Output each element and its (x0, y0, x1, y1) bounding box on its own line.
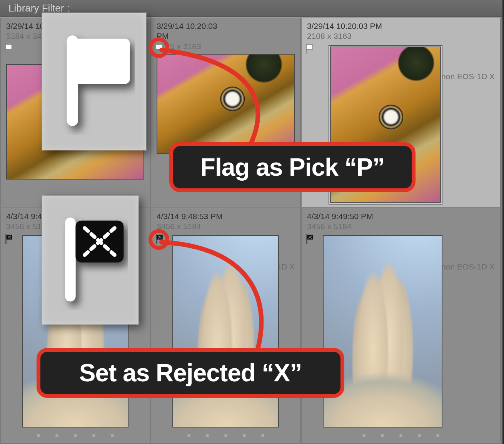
thumbnail[interactable] (172, 235, 279, 427)
callout-reject: Set as Rejected “X” (37, 348, 344, 398)
cell-dimensions: 2108 x 3163 (307, 31, 382, 41)
grid-cell[interactable]: 4/3/14 9:49:50 PM 3456 x 5184 Canon EOS-… (301, 208, 501, 444)
cell-date: 4/3/14 9:49:50 PM (307, 211, 373, 221)
cell-date: 3/29/14 10:20:03 PM (157, 21, 231, 42)
thumbnail[interactable] (323, 235, 442, 427)
flag-reject-icon[interactable] (305, 233, 315, 245)
callout-reject-label: Set as Rejected “X” (79, 359, 302, 387)
svg-rect-7 (65, 217, 75, 301)
cell-dimensions: 3456 x 5184 (307, 221, 373, 231)
grid-cell[interactable]: 4/3/14 9:48:53 PM 3456 x 5184 Canon EOS-… (150, 208, 301, 444)
thumbnail[interactable] (157, 54, 295, 154)
callout-circle (149, 37, 169, 58)
flag-pick-large-icon (42, 13, 146, 150)
flag-reject-large-icon (42, 196, 139, 324)
callout-pick-label: Flag as Pick “P” (200, 153, 384, 181)
flag-pick-icon[interactable] (4, 43, 14, 55)
flag-pick-icon[interactable] (305, 43, 315, 55)
flag-reject-icon[interactable] (4, 233, 14, 245)
svg-rect-5 (307, 235, 313, 240)
cell-date: 4/3/14 9:48:53 PM (157, 211, 223, 221)
svg-rect-4 (306, 234, 307, 244)
svg-rect-6 (67, 35, 78, 126)
cell-dimensions: 3456 x 5184 (157, 221, 223, 231)
callout-circle (149, 229, 169, 250)
svg-rect-1 (7, 235, 12, 240)
callout-pick: Flag as Pick “P” (169, 142, 416, 192)
cell-date: 3/29/14 10:20:03 PM (307, 21, 382, 31)
svg-rect-0 (5, 234, 7, 244)
